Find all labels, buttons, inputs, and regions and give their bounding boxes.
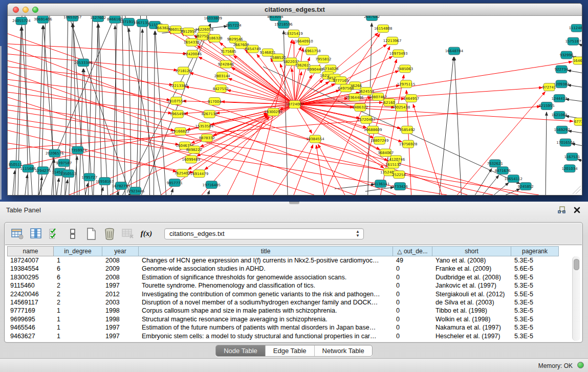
column-header-short[interactable]: short — [432, 246, 511, 256]
graph-node-8267130[interactable]: 8267130 — [202, 110, 217, 118]
graph-node-62160[interactable]: 62160 — [384, 99, 395, 106]
graph-node-1350513[interactable]: 1350513 — [60, 170, 76, 178]
graph-node-19716485[interactable]: 19716485 — [203, 181, 221, 189]
graph-node-16033809[interactable]: 16033809 — [204, 16, 223, 22]
delete-table-icon[interactable] — [120, 226, 136, 242]
table-row[interactable]: 1456911722003Disruption of a novel membe… — [7, 298, 572, 307]
citation-edge-black[interactable] — [475, 168, 492, 195]
graph-node-1464957[interactable]: 1464957 — [403, 95, 419, 102]
graph-node-16782759[interactable]: 16782759 — [112, 182, 130, 190]
graph-node-9245852[interactable]: 9245852 — [518, 183, 534, 190]
graph-node-16463[interactable]: 16463 — [573, 57, 582, 64]
citation-edge-black[interactable] — [483, 176, 498, 195]
graph-node-16648784[interactable]: 16648784 — [445, 47, 464, 55]
new-table-icon[interactable] — [83, 226, 99, 242]
citation-edge-black[interactable] — [579, 44, 582, 46]
graph-node-1115686[interactable]: 1115686 — [20, 165, 36, 172]
graph-node-922734[interactable]: 922734 — [555, 65, 569, 73]
citation-edge-red[interactable] — [8, 113, 267, 168]
citation-edge-red[interactable] — [318, 144, 345, 195]
graph-node-3175685[interactable]: 3175685 — [221, 48, 236, 55]
citation-edge-black[interactable] — [140, 29, 143, 195]
graph-node-12975115[interactable]: 12975115 — [397, 80, 416, 88]
scrollbar-thumb[interactable] — [574, 259, 579, 270]
citation-edge-black[interactable] — [147, 16, 150, 195]
table-row[interactable]: 946554611997Estimation of the future num… — [7, 323, 572, 332]
column-header-year[interactable]: year — [102, 246, 139, 256]
graph-node-19166822[interactable]: 19166822 — [171, 127, 190, 135]
graph-node-17359924[interactable]: 17359924 — [69, 146, 87, 154]
graph-node-19384554[interactable]: 19384554 — [306, 135, 324, 143]
graph-node-1585492[interactable]: 1585492 — [399, 126, 415, 134]
citation-edge-red[interactable] — [295, 48, 303, 105]
graph-node-1795727[interactable]: 1795727 — [81, 173, 97, 181]
citation-edge-black[interactable] — [208, 190, 209, 195]
graph-node-12213383[interactable]: 12213383 — [170, 82, 188, 90]
citation-edge-black[interactable] — [69, 24, 73, 195]
graph-node-22420046[interactable]: 22420046 — [184, 50, 202, 58]
citation-edge-black[interactable] — [154, 31, 155, 195]
column-header-title[interactable]: title — [139, 246, 393, 256]
graph-node-15720407[interactable]: 15720407 — [357, 116, 376, 123]
graph-node-9397587[interactable]: 9397587 — [56, 159, 72, 167]
table-row[interactable]: 1938455462009Genome-wide association stu… — [7, 265, 572, 273]
graph-node-972741[interactable]: 972741 — [542, 83, 556, 91]
citation-edge-red[interactable] — [457, 92, 545, 195]
citation-edge-black[interactable] — [171, 189, 173, 195]
tab-network-table[interactable]: Network Table — [314, 345, 372, 356]
citation-edge-black[interactable] — [66, 180, 68, 195]
graph-node-8990448[interactable]: 8990448 — [307, 65, 323, 73]
table-row[interactable]: 946362711997Embryonic stem cells: a mode… — [7, 332, 572, 340]
network-window-titlebar[interactable]: citations_edges.txt — [8, 4, 582, 16]
citation-edge-black[interactable] — [13, 170, 15, 195]
graph-node-10654112[interactable]: 10654112 — [504, 175, 522, 183]
graph-node-2687682[interactable]: 2687682 — [364, 16, 380, 20]
citation-edge-black[interactable] — [565, 99, 582, 101]
graph-node-9777169[interactable]: 9777169 — [333, 77, 349, 84]
graph-node-8878332[interactable]: 8878332 — [199, 134, 215, 142]
column-header-name[interactable]: name — [7, 246, 54, 256]
citation-edge-black[interactable] — [94, 24, 98, 195]
column-header-in_degree[interactable]: in_degree — [54, 246, 102, 256]
citation-edge-black[interactable] — [125, 16, 161, 195]
graph-node-2718126[interactable]: 2718126 — [176, 67, 191, 75]
graph-node-1965493[interactable]: 1965493 — [170, 110, 186, 118]
citation-edge-red[interactable] — [295, 87, 542, 104]
citation-edge-black[interactable] — [454, 57, 461, 195]
column-header-pagerank[interactable]: pagerank — [511, 246, 559, 256]
citation-edge-red[interactable] — [8, 84, 493, 195]
graph-node-18325419[interactable]: 18325419 — [285, 30, 303, 37]
table-row[interactable]: 969969511998Structural magnetic resonanc… — [7, 315, 572, 323]
tab-edge-table[interactable]: Edge Table — [265, 345, 314, 356]
network-canvas[interactable]: 2405572430691406106532571527602846616010… — [8, 16, 582, 195]
graph-node-24055724[interactable]: 24055724 — [12, 17, 31, 25]
graph-node-7632621[interactable]: 7632621 — [487, 160, 503, 167]
citation-edge-black[interactable] — [439, 57, 453, 195]
graph-node-9242848[interactable]: 9242848 — [218, 60, 234, 68]
graph-node-8498222[interactable]: 8498222 — [186, 146, 202, 154]
graph-node-19218596[interactable]: 19218596 — [274, 20, 293, 28]
citation-edge-black[interactable] — [65, 16, 68, 195]
citation-edge-red[interactable] — [294, 145, 313, 195]
float-panel-icon[interactable] — [557, 206, 565, 214]
graph-node-8813054[interactable]: 8813054 — [268, 16, 284, 20]
graph-node-10973493[interactable]: 10973493 — [389, 50, 408, 57]
column-header-out_de[interactable]: △ out_de... — [393, 246, 432, 256]
table-row[interactable]: 1872400712008Changes of HCN gene express… — [7, 256, 572, 265]
graph-node-12213967[interactable]: 12213967 — [383, 37, 402, 45]
graph-node-17016504[interactable]: 17016504 — [556, 139, 575, 146]
graph-node-7955812[interactable]: 7955812 — [315, 55, 331, 63]
table-selector-dropdown[interactable]: citations_edges.txt ▲ ▼ — [164, 228, 364, 239]
citation-edge-red[interactable] — [316, 145, 324, 195]
citation-edge-black[interactable] — [57, 178, 59, 195]
graph-node-15353584[interactable]: 15353584 — [195, 122, 214, 130]
canvas-resize-grip[interactable] — [576, 189, 581, 194]
graph-node-1527602[interactable]: 1527602 — [90, 16, 106, 21]
table-settings-icon[interactable] — [10, 226, 25, 242]
graph-node-917004[interactable]: 917004 — [208, 98, 222, 105]
graph-node-10688609[interactable]: 10688609 — [364, 126, 382, 134]
graph-node-1575187[interactable]: 1575187 — [565, 37, 581, 45]
graph-node-30691406[interactable]: 30691406 — [34, 16, 52, 23]
function-builder-icon[interactable]: f(x) — [139, 226, 154, 242]
graph-node-1294275[interactable]: 1294275 — [35, 167, 51, 174]
